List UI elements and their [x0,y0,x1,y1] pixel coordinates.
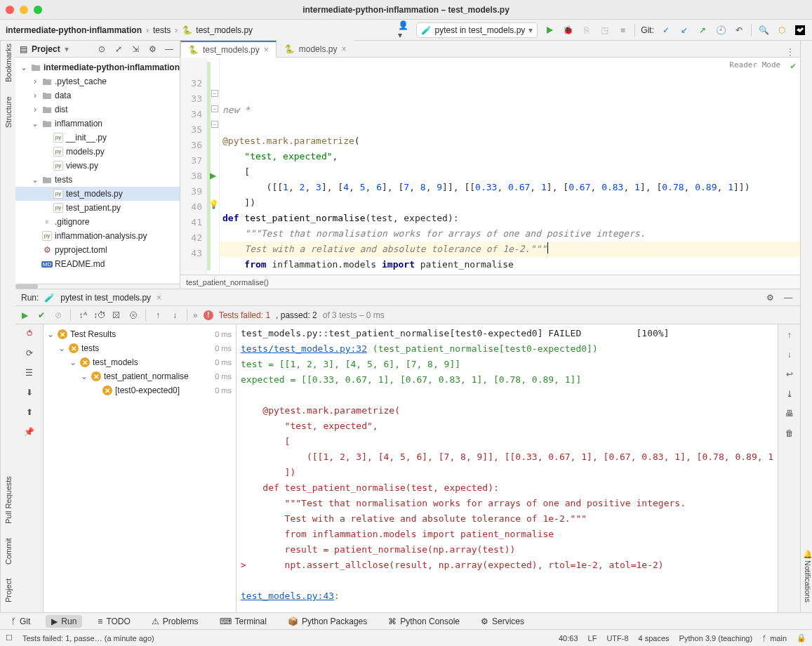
jetbrains-icon[interactable] [794,24,806,37]
project-tree-item[interactable]: pymodels.py [15,145,180,159]
marker-gutter[interactable]: ▶💡−−− [207,58,220,275]
run-config-select[interactable]: 🧪 pytest in test_models.py ▾ [416,22,538,38]
project-tree-item[interactable]: pyinflammation-analysis.py [15,229,180,243]
tree-twisty-icon[interactable]: ⌄ [80,371,88,381]
code-line[interactable]: def test_patient_normalise(test, expecte… [220,211,800,226]
editor-breadcrumb[interactable]: test_patient_normalise() [180,275,800,289]
project-tree-item[interactable]: ∘.gitignore [15,215,180,229]
console-line[interactable]: def test_patient_normalise(test, expecte… [241,480,773,496]
close-tab-icon[interactable]: × [157,293,161,303]
project-tree-item[interactable]: MDREADME.md [15,257,180,271]
ide-settings-button[interactable]: ⬡ [776,24,788,37]
vcs-commit-button[interactable]: ↙ [678,24,691,37]
console-line[interactable] [241,573,773,588]
editor-tab[interactable]: 🐍models.py× [277,40,354,57]
console-line[interactable]: ([[1, 2, 3], [4, 5, 6], [7, 8, 9]], [[0.… [241,449,773,465]
test-tree-item[interactable]: ✕[test0-expected0]0 ms [44,383,236,397]
rerun-button[interactable]: ▶ [18,309,31,322]
bottom-tab-services[interactable]: ⚙Services [475,615,530,628]
project-tree-item[interactable]: py__init__.py [15,131,180,145]
vcs-rollback-button[interactable]: ↶ [733,24,745,37]
line-number-gutter[interactable]: 323334353637383940414243 [180,58,207,275]
code-line[interactable]: from inflammation.models import patient_… [220,257,800,272]
tab-options-button[interactable]: ⋮ [780,47,800,57]
indent-config[interactable]: 4 spaces [639,634,670,642]
soft-wrap-button[interactable]: ↩ [783,368,796,381]
tree-twisty-icon[interactable]: ⌄ [46,329,55,339]
close-window-button[interactable] [6,6,14,14]
console-line[interactable]: test_models.py::test_patient_normalise[t… [241,326,773,341]
pin-tab-button[interactable]: 📌 [23,426,36,438]
test-tree-item[interactable]: ⌄✕Test Results0 ms [44,327,236,341]
sort-alpha-button[interactable]: ↕ᴬ [76,309,89,322]
fold-toggle-icon[interactable]: − [211,121,218,128]
editor-breadcrumb-item[interactable]: test_patient_normalise() [186,278,269,286]
run-button[interactable] [543,24,556,37]
console-line[interactable]: > npt.assert_allclose(result, np.array(e… [241,558,773,573]
code-line[interactable]: """Test that normalisation works for arr… [220,226,800,242]
console-line[interactable]: from inflammation.models import patient_… [241,527,773,542]
project-horizontal-scrollbar[interactable] [15,284,180,289]
test-tree-item[interactable]: ⌄✕tests0 ms [44,341,236,355]
project-tree-item[interactable]: pytest_models.py [15,187,180,201]
clear-all-button[interactable]: 🗑 [783,427,796,440]
python-interpreter[interactable]: Python 3.9 (teaching) [679,634,753,642]
tree-twisty-icon[interactable]: ⌄ [20,62,28,72]
left-rail-structure[interactable]: Structure [3,93,14,131]
line-separator[interactable]: LF [588,634,597,642]
status-icon[interactable]: ☐ [6,633,13,642]
git-branch[interactable]: ᚶ main [762,634,787,642]
run-test-gutter-icon[interactable]: ▶ [210,171,216,180]
vcs-update-button[interactable]: ✓ [660,24,672,37]
scroll-to-end-button[interactable]: ⤓ [783,388,796,400]
bottom-tab-python-packages[interactable]: 📦Python Packages [282,615,373,628]
bottom-tab-problems[interactable]: ⚠Problems [146,615,204,628]
console-line[interactable]: [ [241,434,773,449]
bottom-tab-git[interactable]: ᚶGit [6,615,36,628]
show-history-button[interactable]: ☰ [23,367,36,379]
readonly-lock-icon[interactable]: 🔒 [797,633,806,642]
toggle-pass-button[interactable]: ✔ [35,309,48,322]
editor-tab[interactable]: 🐍test_models.py× [180,41,277,58]
breadcrumb-folder[interactable]: tests [153,25,171,35]
console-line[interactable]: test_models.py:43: [241,588,773,604]
fold-toggle-icon[interactable]: − [211,105,218,112]
close-tab-icon[interactable]: × [264,45,269,55]
test-tree-item[interactable]: ⌄✕test_patient_normalise0 ms [44,369,236,383]
code-line[interactable]: ([[1, 2, 3], [4, 5, 6], [7, 8, 9]], [[0.… [220,180,800,195]
run-coverage-button[interactable]: ⎘ [580,24,592,37]
test-results-tree[interactable]: ⌄✕Test Results0 ms⌄✕tests0 ms⌄✕test_mode… [44,324,237,612]
console-line[interactable] [241,388,773,403]
console-line[interactable]: expected = [[0.33, 0.67, 1], [0.67, 0.83… [241,372,773,388]
close-tab-icon[interactable]: × [341,44,346,54]
profile-button[interactable]: ◳ [598,24,611,37]
debug-button[interactable]: 🐞 [561,24,574,37]
import-tests-button[interactable]: ⬇ [23,386,36,399]
project-tree-item[interactable]: ⌄tests [15,173,180,187]
stop-button[interactable]: ■ [616,24,629,37]
print-button[interactable]: 🖶 [783,407,796,420]
collapse-all-button[interactable]: ⇲ [129,43,142,55]
test-console-output[interactable]: test_models.py::test_patient_normalise[t… [237,324,778,612]
hide-run-panel-button[interactable]: — [782,291,794,304]
console-line[interactable]: Test with a relative and absolute tolera… [241,511,773,527]
left-rail-project[interactable]: Project [3,576,14,605]
console-line[interactable]: "test, expected", [241,418,773,434]
search-everywhere-button[interactable]: 🔍 [757,24,770,37]
project-tree-item[interactable]: ⌄intermediate-python-inflammation [15,60,180,74]
left-rail-bookmarks[interactable]: Bookmarks [3,41,14,85]
sort-duration-button[interactable]: ↕⏱ [93,309,106,322]
code-line[interactable]: ]) [220,195,800,211]
code-line[interactable]: "test, expected", [220,149,800,164]
chevron-down-icon[interactable]: ▾ [65,44,69,54]
caret-position[interactable]: 40:63 [559,634,578,642]
zoom-window-button[interactable] [34,6,42,14]
code-line[interactable]: @pytest.mark.parametrize( [220,133,800,149]
test-tree-item[interactable]: ⌄✕test_models0 ms [44,355,236,369]
code-line[interactable]: result = patient_normalise(np.array(test… [220,272,800,275]
tree-twisty-icon[interactable]: ⌄ [58,343,66,353]
inspection-ok-icon[interactable]: ✔ [790,60,796,71]
console-line[interactable]: """Test that normalisation works for arr… [241,496,773,511]
settings-icon[interactable]: ⚙ [146,43,159,55]
minimize-window-button[interactable] [20,6,28,14]
